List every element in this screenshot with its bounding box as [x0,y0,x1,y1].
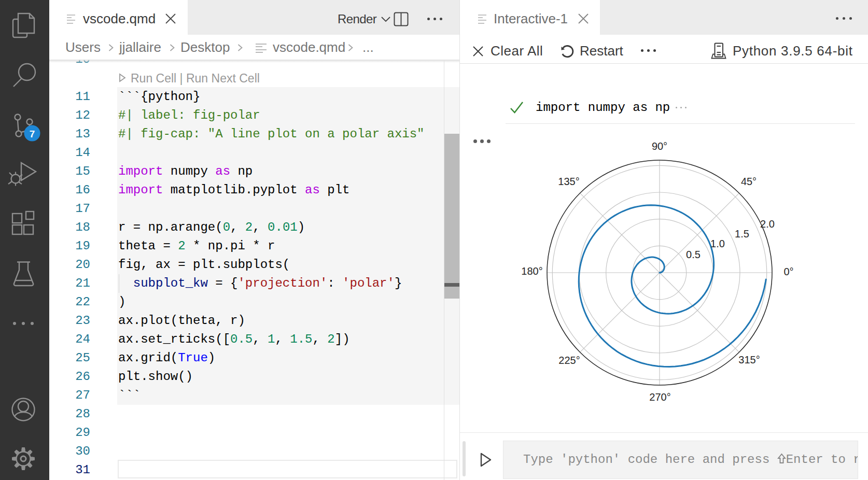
svg-text:0°: 0° [783,266,793,277]
svg-text:225°: 225° [558,355,580,366]
svg-text:0.5: 0.5 [686,249,701,260]
svg-text:45°: 45° [741,176,757,187]
svg-text:270°: 270° [649,391,670,403]
svg-text:1.5: 1.5 [735,228,749,239]
svg-text:135°: 135° [558,176,579,187]
svg-text:90°: 90° [652,140,667,152]
svg-text:180°: 180° [521,265,542,277]
svg-text:1.0: 1.0 [710,238,725,249]
svg-text:7: 7 [30,129,35,139]
svg-text:315°: 315° [738,354,760,365]
svg-text:2.0: 2.0 [760,218,775,230]
